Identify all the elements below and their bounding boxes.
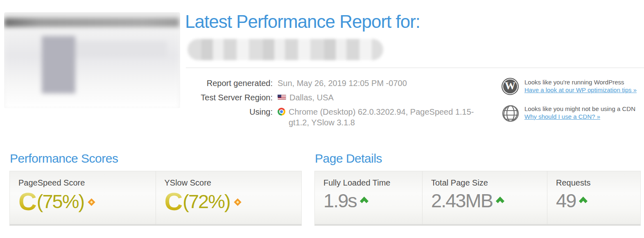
pagespeed-score-label: PageSpeed Score (18, 178, 156, 188)
total-page-size-label: Total Page Size (431, 178, 547, 188)
gtmetrix-report-page: Latest Performance Report for: Report ge… (0, 0, 644, 238)
page-details-section: Page Details Fully Loaded Time 1.9s Tota… (314, 152, 641, 226)
orange-diamond-icon (234, 198, 241, 206)
redacted-site-url (188, 39, 383, 60)
cdn-notice: Looks like you might not be using a CDN … (502, 104, 642, 122)
trend-up-icon (495, 197, 505, 205)
yslow-score-label: YSlow Score (165, 178, 302, 188)
chrome-icon (278, 108, 285, 116)
wordpress-notice-text: Looks like you're running WordPress (524, 79, 624, 86)
fully-loaded-time-label: Fully Loaded Time (323, 178, 422, 188)
orange-diamond-icon (88, 198, 95, 206)
total-page-size-value: 2.43MB (431, 190, 493, 211)
pagespeed-grade: C (18, 189, 36, 214)
requests-value: 49 (556, 190, 576, 211)
fully-loaded-time-cell: Fully Loaded Time 1.9s (315, 171, 422, 224)
us-flag-icon (278, 95, 286, 100)
detail-row-using: Using: Chrome (Desktop) 62.0.3202.94, Pa… (185, 107, 493, 128)
pagespeed-percent: (75%) (37, 191, 84, 212)
header-right-column: Latest Performance Report for: Report ge… (180, 11, 644, 131)
trend-up-icon (359, 197, 369, 205)
detail-row-test-server-region: Test Server Region: Dallas, USA (185, 92, 493, 103)
yslow-percent: (72%) (183, 191, 230, 212)
detail-label: Report generated: (185, 78, 273, 88)
fully-loaded-time-value: 1.9s (323, 190, 357, 211)
report-generated-value: Sun, May 26, 2019 12:05 PM -0700 (278, 78, 407, 88)
pagespeed-score-cell: PageSpeed Score C (75%) (10, 171, 156, 224)
detail-label: Test Server Region: (185, 92, 273, 103)
page-details-box: Fully Loaded Time 1.9s Total Page Size 2… (314, 171, 641, 226)
performance-scores-title: Performance Scores (10, 152, 302, 165)
yslow-grade: C (165, 189, 182, 214)
wp-optimization-tips-link[interactable]: Have a look at our WP optimization tips … (524, 86, 637, 94)
requests-label: Requests (556, 178, 640, 188)
trend-up-icon (578, 197, 588, 205)
why-cdn-link[interactable]: Why should I use a CDN? » (524, 113, 600, 120)
performance-scores-box: PageSpeed Score C (75%) YSlow Score C (7… (9, 171, 302, 226)
platform-notices: W Looks like you're running WordPress Ha… (502, 78, 644, 131)
wordpress-notice: W Looks like you're running WordPress Ha… (502, 78, 642, 96)
detail-row-report-generated: Report generated: Sun, May 26, 2019 12:0… (185, 78, 493, 88)
page-title: Latest Performance Report for: (185, 11, 644, 32)
cdn-notice-text: Looks like you might not be using a CDN (524, 105, 635, 112)
test-server-region-value: Dallas, USA (289, 92, 334, 103)
wordpress-icon: W (502, 78, 520, 96)
site-screenshot-thumbnail (4, 12, 180, 108)
requests-cell: Requests 49 (547, 171, 640, 224)
total-page-size-cell: Total Page Size 2.43MB (422, 171, 547, 224)
page-details-title: Page Details (315, 152, 641, 165)
report-header: Latest Performance Report for: Report ge… (0, 0, 644, 131)
browser-versions-value: Chrome (Desktop) 62.0.3202.94, PageSpeed… (289, 107, 493, 128)
performance-scores-section: Performance Scores PageSpeed Score C (75… (9, 152, 302, 226)
detail-label: Using: (185, 107, 273, 128)
redacted-screenshot-blur (4, 12, 180, 108)
report-details: Report generated: Sun, May 26, 2019 12:0… (185, 78, 493, 131)
globe-icon (502, 104, 520, 122)
yslow-score-cell: YSlow Score C (72%) (156, 171, 302, 224)
